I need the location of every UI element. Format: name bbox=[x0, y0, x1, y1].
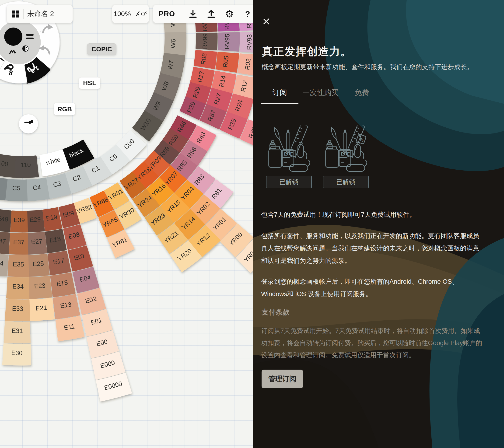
unlocked-button[interactable]: 已解锁 bbox=[323, 176, 369, 188]
product-row: 已解锁 % 已解锁 bbox=[266, 125, 369, 188]
help-icon[interactable]: ? bbox=[238, 7, 253, 21]
app-grid-icon[interactable] bbox=[11, 10, 19, 18]
project-card[interactable]: 未命名 2 bbox=[6, 5, 73, 23]
devices-paragraph: 登录到您的概念画板帐户后，即可在您所有的Android、Chrome OS、Wi… bbox=[261, 275, 483, 300]
manage-subscription-button[interactable]: 管理订阅 bbox=[262, 370, 303, 388]
panel-subtitle: 概念画板定期更新带来新功能、套件和服务。我们在您的支持下进步成长。 bbox=[262, 62, 490, 72]
concepts-app: blackwhite110100W5W6W7W8W9W10C00C0C1C2C3… bbox=[0, 0, 504, 448]
copic-swatch-label: C4 bbox=[33, 184, 41, 191]
copic-swatch-label: RV99 bbox=[201, 33, 209, 49]
copic-swatch-label: E31 bbox=[12, 327, 23, 334]
eyedropper-icon bbox=[22, 118, 35, 130]
copic-swatch-label: W6 bbox=[170, 39, 177, 49]
panel-title: 真正发挥创造力。 bbox=[262, 44, 352, 59]
zoom-level[interactable]: 100% bbox=[114, 10, 131, 18]
document-title[interactable]: 未命名 2 bbox=[27, 9, 54, 19]
product-discount: % 已解锁 bbox=[323, 125, 369, 188]
benefits-paragraph: 包括所有套件、服务和功能，以及我们正在开发的新功能。更有团队客服成员真人在线帮您… bbox=[261, 230, 483, 267]
drawing-canvas[interactable]: blackwhite110100W5W6W7W8W9W10C00C0C1C2C3… bbox=[0, 0, 253, 448]
copic-swatch-label: 110 bbox=[20, 161, 31, 168]
download-icon[interactable] bbox=[184, 7, 202, 21]
tab-subscribe[interactable]: 订阅 bbox=[261, 88, 298, 104]
copic-swatch-label: RV95 bbox=[224, 34, 231, 50]
palette-mode-copic[interactable]: COPIC bbox=[87, 43, 116, 55]
palette-mode-hsl[interactable]: HSL bbox=[79, 77, 100, 89]
actions-card: PRO ⚙ ? bbox=[153, 5, 253, 23]
copic-swatch-label: E25 bbox=[33, 260, 44, 268]
copic-swatch-label: E30 bbox=[11, 349, 23, 357]
art-supplies-pdf-illustration bbox=[266, 125, 312, 173]
palette-mode-rgb[interactable]: RGB bbox=[54, 103, 75, 115]
copic-swatch-label: R08 bbox=[200, 53, 208, 65]
copic-swatch-label: E33 bbox=[12, 305, 23, 312]
tab-one-time-purchase[interactable]: 一次性购买 bbox=[302, 88, 339, 98]
opacity-icon[interactable] bbox=[23, 46, 28, 51]
copic-swatch-label: R05 bbox=[222, 55, 230, 68]
copic-swatch-label: E47 bbox=[0, 237, 6, 245]
copic-swatch-label: E49 bbox=[0, 215, 9, 223]
copic-swatch-label: R02 bbox=[244, 58, 252, 71]
close-icon[interactable]: ✕ bbox=[261, 15, 272, 28]
plan-tabs: 订阅 一次性购买 免费 bbox=[261, 88, 369, 104]
tab-free[interactable]: 免费 bbox=[355, 88, 369, 98]
share-icon[interactable] bbox=[202, 7, 220, 21]
payment-terms-heading: 支付条款 bbox=[262, 307, 289, 317]
pro-badge[interactable]: PRO bbox=[159, 10, 175, 18]
eyedropper-button[interactable] bbox=[19, 114, 38, 133]
copic-swatch-label: E21 bbox=[36, 304, 47, 312]
unlocked-button[interactable]: 已解锁 bbox=[266, 176, 312, 188]
copic-swatch-label: E23 bbox=[34, 282, 46, 290]
subscription-panel: PDF ✕ 真正发挥创造力。 概念画板定期更新带来新功能、套件和服务。我们在您的… bbox=[253, 0, 504, 448]
copic-swatch-label: 100 bbox=[0, 159, 9, 168]
copic-swatch-label: E37 bbox=[13, 238, 24, 246]
copic-swatch-label: E35 bbox=[13, 261, 24, 268]
settings-gear-icon[interactable]: ⚙ bbox=[220, 7, 238, 21]
copic-swatch-label: C5 bbox=[12, 185, 20, 192]
copic-swatch-label: E29 bbox=[29, 215, 41, 223]
copic-swatch-label: E39 bbox=[14, 216, 25, 224]
rotation-angle[interactable]: ∡0° bbox=[135, 10, 148, 18]
copic-swatch-label: E34 bbox=[12, 283, 24, 290]
copic-swatch-label: RV93 bbox=[246, 34, 253, 50]
divider bbox=[23, 9, 24, 19]
current-color-swatch[interactable] bbox=[4, 28, 22, 46]
payment-terms-text: 订阅从7天免费试用开始。7天免费试用结束时，将自动扣除首次费用。如果成功扣费，将… bbox=[261, 325, 484, 361]
art-supplies-discount-illustration: % bbox=[323, 125, 369, 173]
product-essentials: 已解锁 bbox=[266, 125, 312, 188]
trial-paragraph: 包含7天的免费试用！现在订阅即可7天免费试用软件。 bbox=[261, 208, 483, 221]
zoom-card[interactable]: 100% ∡0° bbox=[112, 5, 149, 23]
copic-swatch-label: E27 bbox=[31, 238, 42, 246]
